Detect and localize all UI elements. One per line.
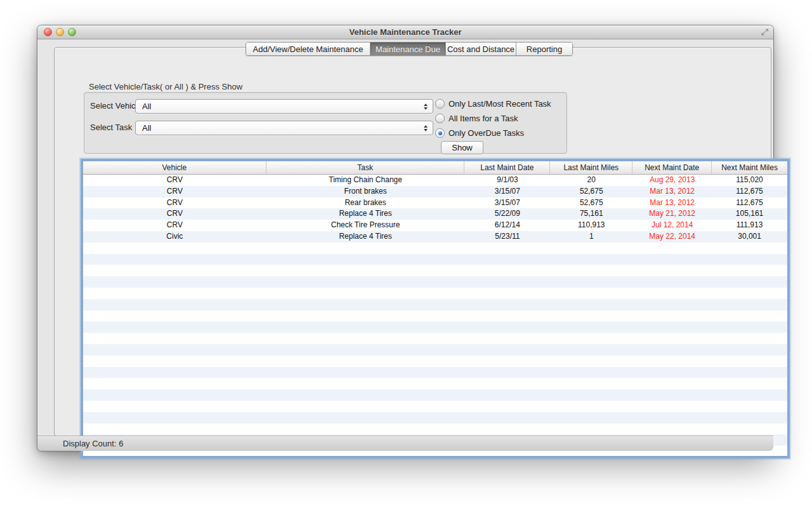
filter-caption: Select Vehicle/Task( or All ) & Press Sh… <box>89 82 242 91</box>
vehicle-dropdown[interactable]: All <box>135 99 433 114</box>
table-cell-next-maint-date: Mar 13, 2012 <box>632 186 712 197</box>
radio-icon <box>435 128 445 138</box>
radio-only-last-most-recent-task[interactable]: Only Last/Most Recent Task <box>435 97 551 111</box>
table-cell-vehicle: CRV <box>83 175 266 186</box>
table-cell-last-maint-date: 6/12/14 <box>464 220 550 231</box>
radio-label: All Items for a Task <box>449 114 518 123</box>
combo-stepper-icon <box>424 104 428 110</box>
tab-reporting[interactable]: Reporting <box>516 43 572 55</box>
column-header-last-maint-miles[interactable]: Last Maint Miles <box>550 161 632 174</box>
select-vehicle-label: Select Vehicle <box>90 101 142 110</box>
table-cell-last-maint-date: 5/22/09 <box>464 208 550 220</box>
table-row-empty <box>83 401 787 412</box>
table-cell-vehicle: Civic <box>83 231 266 243</box>
table-row-empty <box>83 356 787 367</box>
radio-icon <box>435 114 445 123</box>
table-cell-task: Replace 4 Tires <box>266 231 465 243</box>
table-row-empty <box>83 243 787 254</box>
table-row-empty <box>83 299 787 311</box>
table-cell-task: Front brakes <box>266 186 465 197</box>
maintenance-table[interactable]: VehicleTaskLast Maint DateLast Maint Mil… <box>82 161 788 457</box>
table-cell-next-maint-miles: 112,675 <box>712 186 787 197</box>
table-cell-last-maint-miles: 1 <box>550 231 632 243</box>
title-bar[interactable]: Vehicle Maintenance Tracker ⤢ <box>37 25 773 39</box>
table-row-empty <box>83 424 787 435</box>
table-row[interactable]: CRVFront brakes3/15/0752,675Mar 13, 2012… <box>83 186 787 197</box>
table-cell-next-maint-miles: 105,161 <box>712 208 787 220</box>
column-header-next-maint-date[interactable]: Next Maint Date <box>632 161 712 174</box>
app-window: Vehicle Maintenance Tracker ⤢ Select Veh… <box>37 25 773 451</box>
radio-all-items-for-a-task[interactable]: All Items for a Task <box>435 111 551 126</box>
desktop: Vehicle Maintenance Tracker ⤢ Select Veh… <box>0 0 812 508</box>
column-header-vehicle[interactable]: Vehicle <box>83 161 266 174</box>
table-cell-vehicle: CRV <box>83 220 266 231</box>
radio-only-overdue-tasks[interactable]: Only OverDue Tasks <box>435 126 551 140</box>
table-cell-next-maint-date: Mar 13, 2012 <box>632 197 712 209</box>
table-cell-last-maint-date: 3/15/07 <box>464 186 550 197</box>
table-cell-last-maint-miles: 75,161 <box>550 208 632 220</box>
table-cell-next-maint-date: May 22, 2014 <box>632 231 712 243</box>
table-cell-next-maint-date: May 21, 2012 <box>632 208 712 220</box>
show-button[interactable]: Show <box>441 141 483 154</box>
window-title: Vehicle Maintenance Tracker <box>37 27 773 37</box>
radio-group: Only Last/Most Recent TaskAll Items for … <box>435 97 551 140</box>
table-cell-last-maint-miles: 52,675 <box>550 197 632 209</box>
table-row-empty <box>83 389 787 401</box>
table-cell-last-maint-miles: 110,913 <box>550 220 632 231</box>
table-row[interactable]: CRVRear brakes3/15/0752,675Mar 13, 20121… <box>83 197 787 209</box>
column-header-next-maint-miles[interactable]: Next Maint Miles <box>712 161 787 174</box>
table-cell-last-maint-miles: 52,675 <box>550 186 632 197</box>
table-cell-next-maint-miles: 30,001 <box>712 231 787 243</box>
table-cell-last-maint-date: 9/1/03 <box>464 175 550 186</box>
table-cell-last-maint-date: 3/15/07 <box>464 197 550 209</box>
table-row-empty <box>83 378 787 389</box>
table-cell-task: Replace 4 Tires <box>266 208 465 220</box>
table-row-empty <box>83 311 787 322</box>
table-cell-next-maint-date: Aug 29, 2013 <box>632 175 712 186</box>
vehicle-dropdown-value: All <box>142 102 424 111</box>
table-cell-task: Timing Chain Change <box>266 175 465 186</box>
table-row-empty <box>83 367 787 378</box>
table-row-empty <box>83 265 787 276</box>
table-cell-last-maint-date: 5/23/11 <box>464 231 550 243</box>
table-body: CRVTiming Chain Change9/1/0320Aug 29, 20… <box>83 175 787 457</box>
table-cell-last-maint-miles: 20 <box>550 175 632 186</box>
tab-add-view-delete-maintenance[interactable]: Add/View/Delete Maintenance <box>246 43 370 55</box>
table-cell-vehicle: CRV <box>83 208 266 220</box>
table-cell-task: Rear brakes <box>266 197 465 209</box>
table-row-empty <box>83 333 787 344</box>
table-cell-vehicle: CRV <box>83 186 266 197</box>
table-cell-next-maint-miles: 115,020 <box>712 175 787 186</box>
filter-groupbox: Select Vehicle All Select Task All Only … <box>84 92 567 154</box>
radio-label: Only Last/Most Recent Task <box>449 99 551 109</box>
task-dropdown[interactable]: All <box>135 121 433 135</box>
fullscreen-icon[interactable]: ⤢ <box>761 27 768 37</box>
table-cell-vehicle: CRV <box>83 197 266 209</box>
tab-maintenance-due[interactable]: Maintenance Due <box>370 43 446 55</box>
table-cell-next-maint-miles: 112,675 <box>712 197 787 209</box>
table-row[interactable]: CivicReplace 4 Tires5/23/111May 22, 2014… <box>83 231 787 243</box>
display-count-label: Display Count: 6 <box>63 439 123 448</box>
table-row-empty <box>83 412 787 424</box>
table-cell-task: Check Tire Pressure <box>266 220 465 231</box>
select-task-label: Select Task <box>90 123 132 132</box>
combo-stepper-icon <box>424 125 428 131</box>
task-dropdown-value: All <box>142 123 424 133</box>
column-header-task[interactable]: Task <box>266 161 465 174</box>
table-row-empty <box>83 276 787 288</box>
table-row[interactable]: CRVTiming Chain Change9/1/0320Aug 29, 20… <box>83 175 787 186</box>
table-row-empty <box>83 344 787 356</box>
tab-content-panel: Select Vehicle/Task( or All ) & Press Sh… <box>54 47 771 436</box>
tab-bar: Add/View/Delete MaintenanceMaintenance D… <box>246 42 573 56</box>
status-bar: Display Count: 6 <box>37 436 773 451</box>
radio-label: Only OverDue Tasks <box>449 128 524 138</box>
tab-cost-and-distance[interactable]: Cost and Distance <box>446 43 516 55</box>
table-row-empty <box>83 321 787 333</box>
table-header-row: VehicleTaskLast Maint DateLast Maint Mil… <box>83 161 787 175</box>
table-cell-next-maint-miles: 111,913 <box>712 220 787 231</box>
table-row[interactable]: CRVReplace 4 Tires5/22/0975,161May 21, 2… <box>83 208 787 220</box>
table-row-empty <box>83 288 787 299</box>
table-row-empty <box>83 254 787 265</box>
column-header-last-maint-date[interactable]: Last Maint Date <box>464 161 550 174</box>
table-row[interactable]: CRVCheck Tire Pressure6/12/14110,913Jul … <box>83 220 787 231</box>
